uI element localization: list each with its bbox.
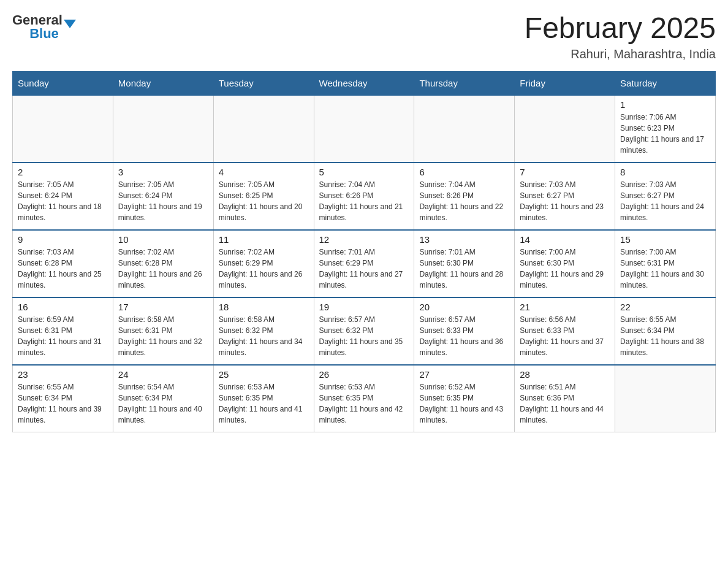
- day-info: Sunrise: 7:03 AM Sunset: 6:27 PM Dayligh…: [620, 179, 710, 223]
- day-number: 19: [319, 302, 409, 312]
- calendar-cell: 20Sunrise: 6:57 AM Sunset: 6:33 PM Dayli…: [414, 297, 515, 365]
- day-info: Sunrise: 7:00 AM Sunset: 6:30 PM Dayligh…: [520, 247, 610, 291]
- day-number: 11: [219, 234, 309, 245]
- calendar-cell: 18Sunrise: 6:58 AM Sunset: 6:32 PM Dayli…: [213, 297, 314, 365]
- day-number: 18: [219, 302, 309, 312]
- logo-icon: General Blue: [12, 12, 76, 42]
- calendar-cell: 15Sunrise: 7:00 AM Sunset: 6:31 PM Dayli…: [615, 230, 716, 297]
- weekday-header-tuesday: Tuesday: [213, 71, 314, 95]
- day-number: 24: [118, 369, 208, 380]
- calendar-cell: 11Sunrise: 7:02 AM Sunset: 6:29 PM Dayli…: [213, 230, 314, 297]
- day-info: Sunrise: 7:03 AM Sunset: 6:28 PM Dayligh…: [18, 247, 108, 291]
- day-info: Sunrise: 6:55 AM Sunset: 6:34 PM Dayligh…: [18, 381, 108, 426]
- day-number: 27: [419, 369, 509, 380]
- calendar-cell: 13Sunrise: 7:01 AM Sunset: 6:30 PM Dayli…: [414, 230, 515, 297]
- calendar-cell: 8Sunrise: 7:03 AM Sunset: 6:27 PM Daylig…: [615, 163, 716, 230]
- weekday-header-wednesday: Wednesday: [314, 71, 414, 95]
- day-number: 15: [620, 234, 710, 245]
- calendar-cell: [13, 95, 113, 163]
- day-info: Sunrise: 7:02 AM Sunset: 6:28 PM Dayligh…: [118, 247, 208, 291]
- week-row-4: 16Sunrise: 6:59 AM Sunset: 6:31 PM Dayli…: [13, 297, 716, 365]
- calendar-cell: [213, 95, 314, 163]
- calendar-cell: [515, 95, 615, 163]
- calendar-cell: 26Sunrise: 6:53 AM Sunset: 6:35 PM Dayli…: [314, 365, 414, 432]
- day-info: Sunrise: 6:55 AM Sunset: 6:34 PM Dayligh…: [620, 314, 710, 358]
- day-info: Sunrise: 6:52 AM Sunset: 6:35 PM Dayligh…: [419, 381, 509, 426]
- day-info: Sunrise: 6:51 AM Sunset: 6:36 PM Dayligh…: [520, 381, 610, 426]
- day-number: 21: [520, 302, 610, 312]
- day-info: Sunrise: 7:04 AM Sunset: 6:26 PM Dayligh…: [319, 179, 409, 223]
- day-number: 16: [18, 302, 108, 312]
- day-info: Sunrise: 6:57 AM Sunset: 6:32 PM Dayligh…: [319, 314, 409, 358]
- day-number: 13: [419, 234, 509, 245]
- day-info: Sunrise: 7:06 AM Sunset: 6:23 PM Dayligh…: [620, 112, 710, 156]
- day-number: 6: [419, 167, 509, 177]
- day-number: 26: [319, 369, 409, 380]
- day-number: 28: [520, 369, 610, 380]
- day-info: Sunrise: 6:58 AM Sunset: 6:32 PM Dayligh…: [219, 314, 309, 358]
- day-info: Sunrise: 6:54 AM Sunset: 6:34 PM Dayligh…: [118, 381, 208, 426]
- day-info: Sunrise: 7:05 AM Sunset: 6:24 PM Dayligh…: [18, 179, 108, 223]
- calendar-cell: [113, 95, 213, 163]
- day-number: 9: [18, 234, 108, 245]
- day-info: Sunrise: 7:05 AM Sunset: 6:24 PM Dayligh…: [118, 179, 208, 223]
- logo-triangle-icon: [64, 20, 76, 28]
- day-info: Sunrise: 6:53 AM Sunset: 6:35 PM Dayligh…: [219, 381, 309, 426]
- week-row-2: 2Sunrise: 7:05 AM Sunset: 6:24 PM Daylig…: [13, 163, 716, 230]
- page-header: General Blue February 2025 Rahuri, Mahar…: [12, 12, 716, 61]
- weekday-header-friday: Friday: [515, 71, 615, 95]
- day-number: 4: [219, 167, 309, 177]
- day-number: 2: [18, 167, 108, 177]
- calendar-cell: 3Sunrise: 7:05 AM Sunset: 6:24 PM Daylig…: [113, 163, 213, 230]
- calendar-cell: 23Sunrise: 6:55 AM Sunset: 6:34 PM Dayli…: [13, 365, 113, 432]
- day-number: 12: [319, 234, 409, 245]
- day-info: Sunrise: 6:56 AM Sunset: 6:33 PM Dayligh…: [520, 314, 610, 358]
- weekday-header-thursday: Thursday: [414, 71, 515, 95]
- calendar-cell: 7Sunrise: 7:03 AM Sunset: 6:27 PM Daylig…: [515, 163, 615, 230]
- week-row-5: 23Sunrise: 6:55 AM Sunset: 6:34 PM Dayli…: [13, 365, 716, 432]
- weekday-header-row: SundayMondayTuesdayWednesdayThursdayFrid…: [13, 71, 716, 95]
- day-info: Sunrise: 7:02 AM Sunset: 6:29 PM Dayligh…: [219, 247, 309, 291]
- calendar-cell: 19Sunrise: 6:57 AM Sunset: 6:32 PM Dayli…: [314, 297, 414, 365]
- month-title: February 2025: [525, 12, 716, 45]
- day-info: Sunrise: 7:00 AM Sunset: 6:31 PM Dayligh…: [620, 247, 710, 291]
- day-number: 23: [18, 369, 108, 380]
- calendar-cell: 14Sunrise: 7:00 AM Sunset: 6:30 PM Dayli…: [515, 230, 615, 297]
- calendar-cell: [615, 365, 716, 432]
- day-info: Sunrise: 7:04 AM Sunset: 6:26 PM Dayligh…: [419, 179, 509, 223]
- day-info: Sunrise: 7:05 AM Sunset: 6:25 PM Dayligh…: [219, 179, 309, 223]
- logo: General Blue: [12, 12, 76, 42]
- calendar-cell: 1Sunrise: 7:06 AM Sunset: 6:23 PM Daylig…: [615, 95, 716, 163]
- calendar-cell: [314, 95, 414, 163]
- calendar-cell: 17Sunrise: 6:58 AM Sunset: 6:31 PM Dayli…: [113, 297, 213, 365]
- location-subtitle: Rahuri, Maharashtra, India: [525, 47, 716, 61]
- day-info: Sunrise: 7:01 AM Sunset: 6:30 PM Dayligh…: [419, 247, 509, 291]
- calendar-cell: 21Sunrise: 6:56 AM Sunset: 6:33 PM Dayli…: [515, 297, 615, 365]
- calendar-cell: 4Sunrise: 7:05 AM Sunset: 6:25 PM Daylig…: [213, 163, 314, 230]
- weekday-header-monday: Monday: [113, 71, 213, 95]
- day-number: 3: [118, 167, 208, 177]
- day-info: Sunrise: 6:58 AM Sunset: 6:31 PM Dayligh…: [118, 314, 208, 358]
- week-row-3: 9Sunrise: 7:03 AM Sunset: 6:28 PM Daylig…: [13, 230, 716, 297]
- day-number: 20: [419, 302, 509, 312]
- calendar-cell: 24Sunrise: 6:54 AM Sunset: 6:34 PM Dayli…: [113, 365, 213, 432]
- calendar-cell: 6Sunrise: 7:04 AM Sunset: 6:26 PM Daylig…: [414, 163, 515, 230]
- calendar-cell: 5Sunrise: 7:04 AM Sunset: 6:26 PM Daylig…: [314, 163, 414, 230]
- calendar-cell: 12Sunrise: 7:01 AM Sunset: 6:29 PM Dayli…: [314, 230, 414, 297]
- calendar-cell: 2Sunrise: 7:05 AM Sunset: 6:24 PM Daylig…: [13, 163, 113, 230]
- calendar-cell: 27Sunrise: 6:52 AM Sunset: 6:35 PM Dayli…: [414, 365, 515, 432]
- day-number: 1: [620, 99, 710, 110]
- day-number: 7: [520, 167, 610, 177]
- weekday-header-saturday: Saturday: [615, 71, 716, 95]
- calendar-table: SundayMondayTuesdayWednesdayThursdayFrid…: [12, 71, 716, 433]
- day-number: 10: [118, 234, 208, 245]
- day-number: 22: [620, 302, 710, 312]
- calendar-cell: 28Sunrise: 6:51 AM Sunset: 6:36 PM Dayli…: [515, 365, 615, 432]
- day-info: Sunrise: 6:59 AM Sunset: 6:31 PM Dayligh…: [18, 314, 108, 358]
- calendar-cell: 16Sunrise: 6:59 AM Sunset: 6:31 PM Dayli…: [13, 297, 113, 365]
- logo-blue-text: Blue: [29, 26, 59, 42]
- day-number: 14: [520, 234, 610, 245]
- calendar-cell: 22Sunrise: 6:55 AM Sunset: 6:34 PM Dayli…: [615, 297, 716, 365]
- day-info: Sunrise: 6:53 AM Sunset: 6:35 PM Dayligh…: [319, 381, 409, 426]
- title-section: February 2025 Rahuri, Maharashtra, India: [525, 12, 716, 61]
